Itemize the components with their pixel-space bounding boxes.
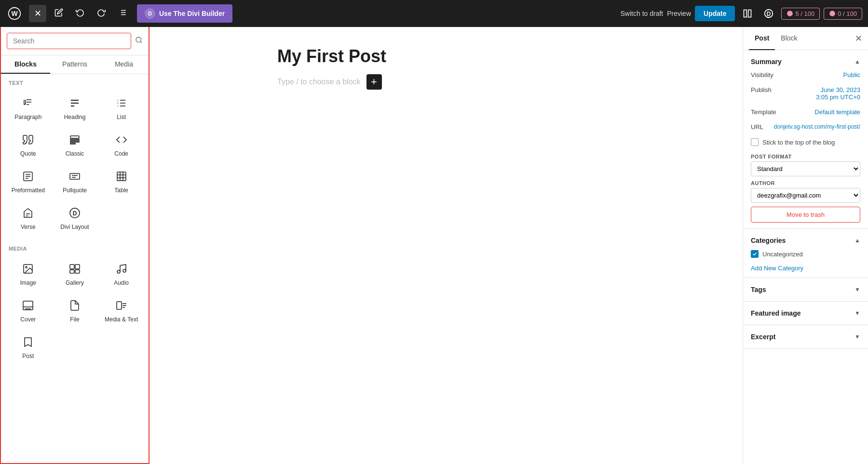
excerpt-header[interactable]: Excerpt ▼: [751, 331, 860, 343]
post-title[interactable]: My First Post: [277, 46, 615, 66]
tab-post[interactable]: Post: [749, 27, 775, 50]
divi-settings-button[interactable]: D: [760, 5, 777, 22]
featured-image-header[interactable]: Featured image ▼: [751, 307, 860, 319]
post-format-label: POST FORMAT: [751, 154, 860, 159]
url-value[interactable]: donjetv.sg-host.com/my-first-post/: [774, 123, 860, 130]
update-button[interactable]: Update: [695, 6, 735, 21]
block-image[interactable]: Image: [5, 255, 52, 292]
excerpt-title: Excerpt: [751, 333, 775, 341]
block-heading[interactable]: Heading: [52, 90, 98, 126]
close-right-panel-button[interactable]: ✕: [855, 33, 862, 44]
svg-rect-22: [70, 141, 79, 142]
edit-button[interactable]: [50, 5, 68, 22]
svg-text:D: D: [73, 210, 77, 217]
block-code-label: Code: [114, 150, 128, 157]
tags-chevron: ▼: [854, 286, 860, 293]
cover-icon: [20, 298, 36, 313]
pullquote-icon: [67, 169, 82, 184]
seo-score-button[interactable]: 5 / 100: [781, 8, 820, 20]
svg-rect-43: [75, 265, 80, 269]
summary-header[interactable]: Summary ▲: [751, 56, 860, 67]
block-code[interactable]: Code: [98, 126, 145, 163]
heading-icon: [67, 95, 82, 111]
author-select[interactable]: deezgrafix@gmail.com: [751, 188, 860, 203]
wp-logo[interactable]: W: [6, 5, 23, 22]
list-view-button[interactable]: [114, 5, 131, 22]
media-blocks-grid: Image Gallery Audio Cover: [1, 253, 149, 369]
search-button[interactable]: [135, 36, 143, 46]
stick-top-checkbox[interactable]: [751, 138, 759, 146]
media-text-icon: [114, 298, 129, 313]
text-blocks-grid: Paragraph Heading List Quo: [1, 88, 149, 240]
featured-image-chevron: ▼: [854, 310, 860, 317]
block-cover[interactable]: Cover: [5, 292, 52, 329]
layout-toggle-button[interactable]: [739, 5, 756, 22]
tab-block[interactable]: Block: [775, 27, 803, 50]
add-category-link[interactable]: Add New Category: [751, 265, 860, 272]
visibility-value[interactable]: Public: [843, 71, 860, 79]
svg-rect-31: [117, 172, 126, 181]
block-preformatted[interactable]: Preformatted: [5, 163, 52, 199]
stick-top-label: Stick to the top of the blog: [762, 139, 835, 146]
block-audio-label: Audio: [114, 279, 129, 286]
block-classic[interactable]: Classic: [52, 126, 98, 163]
block-paragraph-label: Paragraph: [14, 114, 41, 120]
svg-marker-55: [25, 338, 31, 346]
summary-title: Summary: [751, 58, 782, 66]
undo-button[interactable]: [71, 5, 89, 22]
add-block-button[interactable]: +: [366, 74, 382, 90]
move-to-trash-button[interactable]: Move to trash: [751, 207, 860, 223]
redo-button[interactable]: [93, 5, 110, 22]
verse-icon: [20, 205, 36, 221]
redo-icon: [97, 8, 106, 19]
preformatted-icon: [20, 169, 36, 184]
template-label: Template: [751, 108, 776, 116]
list-icon: [118, 8, 127, 19]
close-button[interactable]: ✕: [29, 5, 46, 22]
type-hint-row: Type / to choose a block +: [277, 74, 615, 90]
right-panel-header: Post Block ✕: [743, 27, 868, 50]
divi-logo: D: [145, 8, 155, 19]
switch-to-draft-button[interactable]: Switch to draft: [621, 10, 664, 17]
block-divi-layout[interactable]: D Divi Layout: [52, 199, 98, 236]
main-area: Blocks Patterns Media TEXT Paragraph Hea…: [0, 27, 868, 464]
svg-text:W: W: [11, 10, 18, 17]
template-value[interactable]: Default template: [814, 108, 860, 116]
block-gallery[interactable]: Gallery: [52, 255, 98, 292]
list-block-icon: [114, 95, 129, 111]
block-quote[interactable]: Quote: [5, 126, 52, 163]
block-quote-label: Quote: [20, 150, 36, 157]
block-file[interactable]: File: [52, 292, 98, 329]
summary-chevron: ▲: [854, 58, 860, 65]
block-gallery-label: Gallery: [66, 279, 84, 286]
stick-top-row: Stick to the top of the blog: [751, 134, 860, 150]
readability-score-button[interactable]: 0 / 100: [824, 8, 862, 20]
svg-rect-44: [70, 270, 74, 273]
block-pullquote[interactable]: Pullquote: [52, 163, 98, 199]
uncategorized-checkbox[interactable]: [751, 250, 759, 258]
svg-rect-45: [75, 270, 80, 273]
block-verse[interactable]: Verse: [5, 199, 52, 236]
block-audio[interactable]: Audio: [98, 255, 145, 292]
block-table[interactable]: Table: [98, 163, 145, 199]
preview-button[interactable]: Preview: [667, 10, 691, 17]
block-post[interactable]: Post: [5, 329, 52, 365]
block-paragraph[interactable]: Paragraph: [5, 90, 52, 126]
tab-blocks[interactable]: Blocks: [1, 55, 50, 74]
block-list[interactable]: List: [98, 90, 145, 126]
tags-header[interactable]: Tags ▼: [751, 284, 860, 295]
categories-title: Categories: [751, 237, 786, 244]
tab-patterns[interactable]: Patterns: [50, 55, 99, 74]
block-media-text[interactable]: Media & Text: [98, 292, 145, 329]
search-input[interactable]: [7, 33, 131, 49]
svg-rect-20: [70, 136, 79, 138]
left-panel: Blocks Patterns Media TEXT Paragraph Hea…: [0, 27, 149, 464]
publish-value[interactable]: June 30, 20233:05 pm UTC+0: [816, 86, 860, 101]
featured-image-section: Featured image ▼: [743, 302, 868, 325]
categories-header[interactable]: Categories ▲: [751, 235, 860, 246]
tab-media[interactable]: Media: [99, 55, 149, 74]
use-divi-builder-button[interactable]: D Use The Divi Builder: [137, 4, 232, 23]
post-format-select[interactable]: Standard Aside Gallery Link Image Quote …: [751, 161, 860, 176]
table-icon: [114, 169, 129, 184]
block-pullquote-label: Pullquote: [63, 187, 87, 194]
